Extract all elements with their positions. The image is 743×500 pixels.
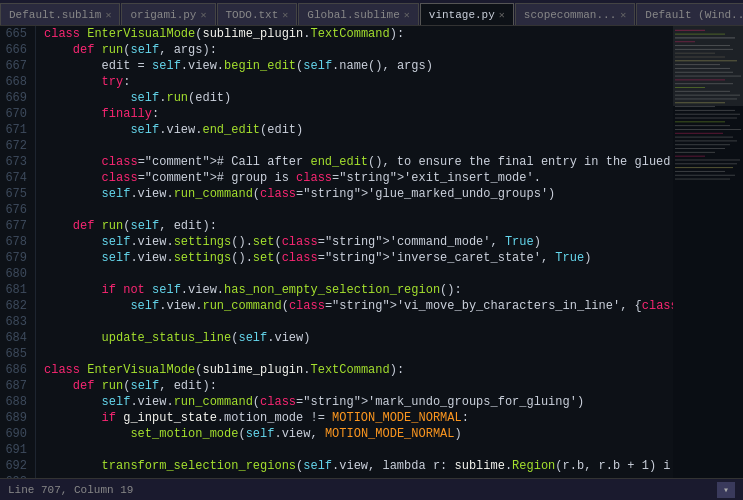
svg-rect-4 (675, 45, 730, 46)
tab-global[interactable]: Global.sublime ✕ (298, 3, 418, 25)
svg-rect-17 (675, 95, 740, 96)
svg-rect-5 (675, 49, 733, 50)
tab-label: Default (Wind... (645, 9, 743, 21)
svg-rect-11 (675, 72, 733, 73)
svg-rect-33 (675, 156, 705, 157)
status-bar: Line 707, Column 19 ▾ (0, 478, 743, 500)
code-line: self.view.run_command(class="string">'gl… (44, 186, 673, 202)
code-line: set_motion_mode(self.view, MOTION_MODE_N… (44, 426, 673, 442)
scroll-down-button[interactable]: ▾ (717, 482, 735, 498)
tab-close-icon[interactable]: ✕ (282, 9, 288, 21)
svg-rect-16 (675, 91, 730, 92)
line-numbers: 6656666676686696706716726736746756766776… (0, 26, 36, 478)
tab-label: vintage.py (429, 9, 495, 21)
status-right: ▾ (717, 482, 735, 498)
code-editor[interactable]: 6656666676686696706716726736746756766776… (0, 26, 673, 478)
svg-rect-14 (675, 83, 733, 84)
minimap-svg (673, 26, 743, 478)
code-line: class="comment"># Call after end_edit(),… (44, 154, 673, 170)
code-line (44, 138, 673, 154)
tab-origami[interactable]: origami.py ✕ (121, 3, 215, 25)
svg-rect-36 (675, 167, 733, 168)
tab-close-icon[interactable]: ✕ (404, 9, 410, 21)
svg-rect-26 (675, 129, 741, 130)
svg-rect-39 (675, 179, 730, 180)
svg-rect-1 (675, 34, 725, 35)
tab-scope[interactable]: scopecomman... ✕ (515, 3, 635, 25)
tab-close-icon[interactable]: ✕ (200, 9, 206, 21)
svg-rect-32 (675, 152, 715, 153)
code-lines: class EnterVisualMode(sublime_plugin.Tex… (36, 26, 673, 478)
code-line: class EnterVisualMode(sublime_plugin.Tex… (44, 26, 673, 42)
code-line: edit = self.view.begin_edit(self.name(),… (44, 58, 673, 74)
code-line: class EnterVisualMode(sublime_plugin.Tex… (44, 362, 673, 378)
svg-rect-38 (675, 175, 735, 176)
svg-rect-22 (675, 114, 740, 115)
svg-rect-18 (675, 98, 737, 99)
svg-rect-37 (675, 171, 725, 172)
minimap[interactable] (673, 26, 743, 478)
tab-default-wind[interactable]: Default (Wind... ✕ (636, 3, 743, 25)
code-line: class="comment"># group is class="string… (44, 170, 673, 186)
code-line: try: (44, 74, 673, 90)
code-line: self.view.settings().set(class="string">… (44, 234, 673, 250)
tab-label: scopecomman... (524, 9, 616, 21)
code-line (44, 314, 673, 330)
code-line: def run(self, args): (44, 42, 673, 58)
svg-rect-35 (675, 163, 737, 164)
code-line: self.view.run_command(class="string">'ma… (44, 394, 673, 410)
svg-rect-10 (675, 68, 730, 69)
svg-rect-25 (675, 125, 730, 126)
status-left: Line 707, Column 19 (8, 484, 133, 496)
code-line: finally: (44, 106, 673, 122)
tab-label: Default.sublim (9, 9, 101, 21)
svg-rect-9 (675, 64, 720, 65)
code-line (44, 346, 673, 362)
svg-rect-21 (675, 110, 735, 111)
tab-label: origami.py (130, 9, 196, 21)
svg-rect-20 (675, 106, 715, 107)
code-content: 6656666676686696706716726736746756766776… (0, 26, 673, 478)
svg-rect-27 (675, 133, 723, 134)
code-line: if not self.view.has_non_empty_selection… (44, 282, 673, 298)
tab-bar: Default.sublim ✕ origami.py ✕ TODO.txt ✕… (0, 0, 743, 26)
code-line (44, 442, 673, 458)
code-line (44, 202, 673, 218)
code-line: if g_input_state.motion_mode != MOTION_M… (44, 410, 673, 426)
svg-rect-24 (675, 121, 725, 122)
code-line: def run(self, edit): (44, 378, 673, 394)
main-area: 6656666676686696706716726736746756766776… (0, 26, 743, 478)
svg-rect-34 (675, 160, 740, 161)
svg-rect-31 (675, 148, 725, 149)
svg-rect-12 (675, 76, 741, 77)
code-line: transform_selection_regions(self.view, l… (44, 458, 673, 474)
svg-rect-28 (675, 137, 733, 138)
svg-rect-23 (675, 118, 737, 119)
tab-close-icon[interactable]: ✕ (499, 9, 505, 21)
cursor-position: Line 707, Column 19 (8, 484, 133, 496)
code-line (44, 266, 673, 282)
code-line: self.view.end_edit(edit) (44, 122, 673, 138)
tab-close-icon[interactable]: ✕ (620, 9, 626, 21)
svg-rect-15 (675, 87, 705, 88)
svg-rect-30 (675, 144, 730, 145)
tab-label: Global.sublime (307, 9, 399, 21)
svg-rect-0 (675, 30, 705, 31)
svg-rect-6 (675, 53, 715, 54)
svg-rect-2 (675, 37, 735, 38)
code-line: update_status_line(self.view) (44, 330, 673, 346)
tab-close-icon[interactable]: ✕ (105, 9, 111, 21)
svg-rect-3 (675, 41, 695, 42)
svg-rect-29 (675, 140, 737, 141)
tab-label: TODO.txt (226, 9, 279, 21)
tab-todo[interactable]: TODO.txt ✕ (217, 3, 298, 25)
svg-rect-7 (675, 57, 725, 58)
code-line: self.view.settings().set(class="string">… (44, 250, 673, 266)
tab-default-sublime[interactable]: Default.sublim ✕ (0, 3, 120, 25)
code-line: def run(self, edit): (44, 218, 673, 234)
svg-rect-19 (675, 102, 725, 103)
tab-vintage[interactable]: vintage.py ✕ (420, 3, 514, 25)
svg-rect-13 (675, 79, 725, 80)
svg-rect-8 (675, 60, 737, 61)
code-line: self.run(edit) (44, 90, 673, 106)
